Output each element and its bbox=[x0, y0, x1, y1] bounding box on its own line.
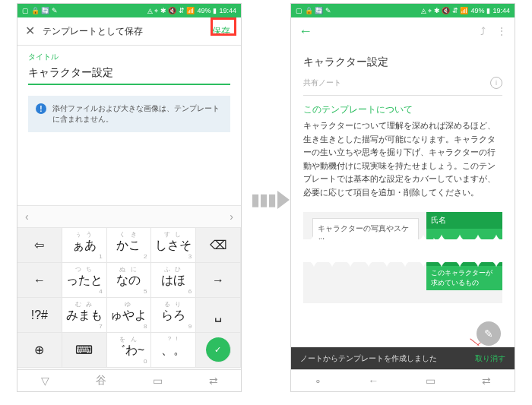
content-cut-wave bbox=[303, 239, 502, 262]
keyboard-key[interactable]: ぅ うぁあ1 bbox=[62, 228, 107, 263]
keyboard-key[interactable]: す ししさそ3 bbox=[151, 228, 196, 263]
app-header: ← ⤴ ⋮ bbox=[291, 17, 515, 45]
battery-pct: 49% bbox=[197, 7, 211, 14]
status-left-icons: ▢ 🔒 🔄 ✎ bbox=[22, 7, 58, 14]
info-banner: ! 添付ファイルおよび大きな画像は、テンプレートに含まれません。 bbox=[28, 96, 230, 132]
template-title-input[interactable] bbox=[28, 64, 230, 85]
chevron-right-icon[interactable]: › bbox=[230, 210, 233, 223]
save-highlight-box bbox=[211, 17, 236, 36]
green-field-name: 氏名 bbox=[426, 212, 502, 229]
keyboard-key[interactable]: ⌫ bbox=[196, 228, 241, 263]
clock: 19:44 bbox=[492, 7, 510, 14]
snackbar: ノートからテンプレートを作成しました 取り消す bbox=[291, 347, 515, 370]
edit-fab[interactable]: ✎ bbox=[477, 321, 501, 346]
keyboard-key[interactable]: ぬ になの5 bbox=[107, 263, 152, 298]
nav-recents[interactable]: ⇄ bbox=[209, 375, 218, 387]
transition-arrow: ▮▮▮ bbox=[251, 190, 290, 210]
soft-keyboard: ‹ › ⇦ぅ うぁあ1く きかこ2す ししさそ3⌫←つ ちったと4ぬ になの5ふ… bbox=[17, 205, 241, 370]
android-navbar: ▽ ⾕ ▭ ⇄ bbox=[17, 369, 241, 391]
overflow-icon[interactable]: ⋮ bbox=[496, 25, 507, 37]
note-title: キャラクター設定 bbox=[303, 55, 502, 69]
nav-menu[interactable]: ∘ bbox=[315, 375, 321, 387]
template-preview-area: キャラクターの写真やスケッ 氏名 方 動機: このキャラクターが求めているもの bbox=[303, 212, 502, 303]
about-body: キャラクターについて理解を深めれば深めるほど、生き生きとした描写が可能になります… bbox=[303, 119, 502, 200]
status-left-icons: ▢ 🔒 🔄 ✎ bbox=[296, 7, 331, 14]
info-circle-icon[interactable]: i bbox=[490, 77, 502, 89]
keyboard-key[interactable]: ␣ bbox=[196, 298, 241, 333]
chevron-left-icon[interactable]: ‹ bbox=[25, 210, 29, 223]
nav-recents[interactable]: ⇄ bbox=[482, 375, 491, 387]
title-field-label: タイトル bbox=[17, 46, 241, 62]
keyboard-key[interactable]: ⇦ bbox=[17, 228, 62, 263]
keyboard-key[interactable]: ⊕ bbox=[17, 333, 62, 368]
keyboard-key[interactable]: ふ ひはほ6 bbox=[151, 263, 196, 298]
share-icon[interactable]: ⤴ bbox=[480, 25, 486, 37]
android-navbar: ∘ ← ▭ ⇄ bbox=[291, 369, 515, 391]
keyboard-key[interactable]: る りらろ9 bbox=[151, 298, 196, 333]
battery-icon: ▮ bbox=[486, 7, 490, 14]
keyboard-key[interactable]: む みみまも7 bbox=[62, 298, 107, 333]
clock: 19:44 bbox=[219, 7, 236, 14]
snackbar-text: ノートからテンプレートを作成しました bbox=[300, 353, 437, 364]
status-bar: ▢ 🔒 🔄 ✎ ◬ ⌖ ✱ 🔇 ⇵ 📶 49% ▮ 19:44 bbox=[17, 4, 241, 17]
nav-home[interactable]: ▭ bbox=[426, 375, 435, 387]
battery-icon: ▮ bbox=[213, 7, 217, 14]
share-notebook-row[interactable]: 共有ノート i bbox=[303, 77, 502, 96]
keyboard-key[interactable]: く きかこ2 bbox=[107, 228, 152, 263]
nav-back[interactable]: ← bbox=[368, 375, 378, 387]
nav-home[interactable]: ▭ bbox=[153, 375, 163, 387]
battery-pct: 49% bbox=[470, 7, 484, 14]
nav-back[interactable]: ⾕ bbox=[96, 374, 106, 388]
phone-left: ▢ 🔒 🔄 ✎ ◬ ⌖ ✱ 🔇 ⇵ 📶 49% ▮ 19:44 ✕ テンプレート… bbox=[17, 3, 242, 392]
header-title: テンプレートとして保存 bbox=[43, 25, 201, 38]
keyboard-key[interactable]: ✓ bbox=[196, 333, 241, 368]
keyboard-key[interactable]: ⌨ bbox=[62, 333, 107, 368]
info-text: 添付ファイルおよび大きな画像は、テンプレートに含まれません。 bbox=[52, 103, 223, 125]
keyboard-key[interactable]: つ ちったと4 bbox=[62, 263, 107, 298]
app-header: ✕ テンプレートとして保存 保存 bbox=[17, 17, 241, 46]
status-bar: ▢ 🔒 🔄 ✎ ◬ ⌖ ✱ 🔇 ⇵ 📶 49% ▮ 19:44 bbox=[291, 4, 515, 17]
back-arrow-icon[interactable]: ← bbox=[299, 24, 312, 40]
share-label: 共有ノート bbox=[303, 78, 341, 88]
nav-hide-kbd[interactable]: ▽ bbox=[41, 375, 49, 387]
keyboard-key[interactable]: を ん゛わ~0 bbox=[107, 333, 152, 368]
close-icon[interactable]: ✕ bbox=[25, 25, 35, 37]
snackbar-undo-button[interactable]: 取り消す bbox=[475, 353, 505, 364]
keyboard-suggest-bar: ‹ › bbox=[17, 206, 241, 227]
keyboard-key[interactable]: ゆゅやよ8 bbox=[107, 298, 152, 333]
keyboard-key[interactable]: → bbox=[196, 263, 241, 298]
phone-right: ▢ 🔒 🔄 ✎ ◬ ⌖ ✱ 🔇 ⇵ 📶 49% ▮ 19:44 ← ⤴ ⋮ キャ… bbox=[290, 3, 515, 392]
status-icons: ◬ ⌖ ✱ 🔇 ⇵ 📶 bbox=[421, 7, 469, 15]
info-icon: ! bbox=[36, 103, 46, 114]
keyboard-key[interactable]: !?# bbox=[17, 298, 62, 333]
about-heading: このテンプレートについて bbox=[303, 103, 502, 116]
keyboard-key[interactable]: ← bbox=[17, 263, 62, 298]
keyboard-key[interactable]: ? !、。 bbox=[151, 333, 196, 368]
status-icons: ◬ ⌖ ✱ 🔇 ⇵ 📶 bbox=[147, 7, 195, 15]
